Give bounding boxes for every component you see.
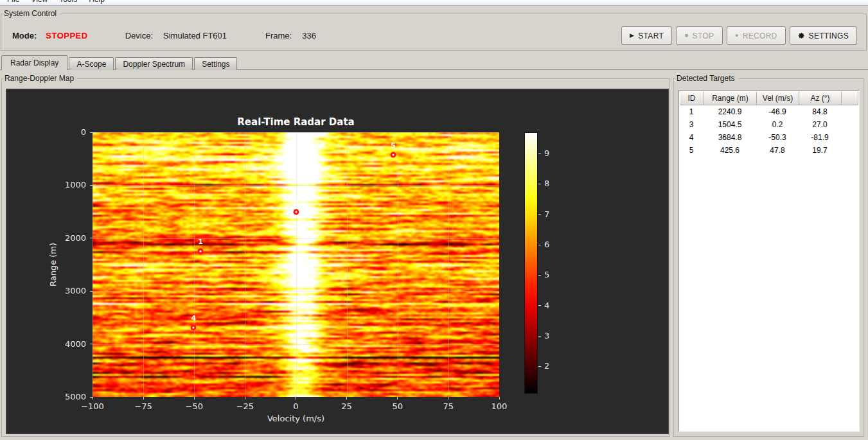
tab-doppler-spectrum[interactable]: Doppler Spectrum	[115, 57, 193, 70]
x-tick-mark	[143, 397, 144, 400]
target-marker-label: 1	[198, 238, 203, 245]
x-tick-mark	[296, 397, 296, 400]
table-row[interactable]: 43684.8-50.3-81.9	[679, 131, 859, 144]
target-marker	[390, 152, 396, 158]
x-tick-label: 25	[328, 401, 366, 411]
table-cell: 47.8	[756, 144, 799, 157]
y-tick-mark	[90, 291, 93, 292]
start-button[interactable]: ▶START	[621, 26, 672, 45]
table-cell: -50.3	[756, 131, 799, 144]
table-cell: 4	[679, 131, 704, 144]
x-tick-mark	[93, 397, 93, 400]
gear-icon	[798, 32, 805, 39]
range-doppler-group: Range-Doppler Map Real-Time Radar Data V…	[1, 78, 670, 437]
start-button-label: START	[638, 31, 664, 40]
control-buttons: ▶START■STOP●RECORDSETTINGS	[621, 26, 857, 45]
stop-button-label: STOP	[693, 31, 714, 40]
targets-table-body: 12240.9-46.984.831504.50.227.043684.8-50…	[679, 105, 859, 157]
range-doppler-heatmap	[93, 132, 499, 397]
stop-icon: ■	[685, 33, 689, 39]
colorbar-tick-label: 7	[544, 209, 549, 219]
radar-app-window: FileViewToolsHelp System Control Mode: S…	[0, 0, 868, 440]
table-cell: 3	[679, 118, 704, 131]
table-row[interactable]: 12240.9-46.984.8	[679, 105, 859, 118]
record-button-label: RECORD	[743, 31, 777, 40]
x-tick-label: −25	[226, 401, 264, 411]
table-cell: -81.9	[799, 131, 841, 144]
colorbar-tick-label: 8	[544, 179, 549, 188]
y-tick-mark	[90, 344, 93, 344]
tab-a-scope[interactable]: A-Scope	[69, 57, 114, 70]
plot-title: Real-Time Radar Data	[93, 116, 499, 128]
y-tick-label: 2000	[54, 233, 86, 243]
y-tick-label: 5000	[54, 392, 86, 401]
y-tick-label: 0	[54, 127, 86, 137]
table-cell: 0.2	[756, 118, 799, 131]
colorbar-tick-mark	[538, 154, 541, 154]
detected-targets-group-label: Detected Targets	[675, 74, 738, 84]
colorbar-tick-mark	[538, 184, 541, 184]
y-tick-label: 3000	[54, 286, 86, 295]
colorbar-tick-label: 5	[544, 270, 549, 279]
target-marker	[191, 324, 197, 330]
settings-button[interactable]: SETTINGS	[790, 26, 857, 45]
table-cell: -46.9	[756, 105, 799, 118]
tab-radar-display[interactable]: Radar Display	[1, 55, 67, 70]
target-marker-label: 4	[191, 315, 196, 322]
menu-view[interactable]: View	[25, 0, 53, 4]
status-row: Mode: STOPPED Device: Simulated FT601 Fr…	[1, 26, 316, 44]
colorbar-tick-label: 4	[544, 301, 549, 310]
table-cell: 425.6	[704, 144, 756, 157]
y-tick-mark	[90, 397, 93, 398]
detected-targets-group: Detected Targets IDRange (m)Vel (m/s)Az …	[673, 78, 864, 437]
frame-label: Frame:	[265, 31, 292, 40]
column-header-az[interactable]: Az (°)	[799, 91, 842, 105]
table-cell: 1504.5	[704, 118, 756, 131]
record-button: ●RECORD	[727, 26, 786, 45]
colorbar-tick-mark	[538, 245, 541, 245]
table-row[interactable]: 5425.647.819.7	[679, 144, 859, 157]
system-control-group-label: System Control	[3, 9, 60, 19]
target-marker-label: 5	[391, 142, 396, 149]
x-tick-mark	[448, 397, 448, 400]
colorbar-tick-mark	[538, 275, 541, 276]
y-tick-mark	[90, 238, 93, 238]
x-axis-label: Velocity (m/s)	[93, 414, 499, 423]
column-header-stub	[842, 91, 858, 105]
table-cell: 84.8	[799, 105, 841, 118]
stop-button: ■STOP	[676, 26, 723, 45]
mode-value: STOPPED	[46, 31, 87, 40]
column-header-vel-m-s[interactable]: Vel (m/s)	[757, 91, 799, 105]
x-tick-mark	[397, 397, 398, 400]
colorbar	[524, 132, 538, 394]
target-marker	[198, 248, 204, 254]
colorbar-tick-label: 2	[544, 361, 549, 371]
target-marker	[294, 209, 299, 215]
device-value: Simulated FT601	[163, 31, 227, 40]
menu-bar: FileViewToolsHelp	[0, 0, 868, 6]
x-tick-mark	[245, 397, 245, 400]
y-tick-label: 1000	[54, 180, 86, 189]
column-header-id[interactable]: ID	[680, 91, 704, 105]
table-cell: 3684.8	[704, 131, 756, 144]
y-tick-label: 4000	[54, 339, 86, 349]
x-tick-mark	[346, 397, 347, 400]
menu-tools[interactable]: Tools	[53, 0, 83, 4]
column-header-range-m[interactable]: Range (m)	[704, 91, 757, 105]
table-row[interactable]: 31504.50.227.0	[679, 118, 859, 131]
play-icon: ▶	[630, 33, 634, 39]
table-cell: 2240.9	[704, 105, 756, 118]
targets-table: IDRange (m)Vel (m/s)Az (°) 12240.9-46.98…	[678, 90, 860, 432]
table-cell: 1	[679, 105, 704, 118]
x-tick-mark	[194, 397, 195, 400]
menu-items: FileViewToolsHelp	[1, 0, 111, 4]
colorbar-tick-label: 3	[544, 331, 549, 340]
tab-settings[interactable]: Settings	[194, 57, 237, 70]
targets-table-header: IDRange (m)Vel (m/s)Az (°)	[680, 91, 858, 105]
frame-value: 336	[302, 31, 316, 40]
range-doppler-plot: Real-Time Radar Data Velocity (m/s) Rang…	[6, 89, 669, 434]
menu-help[interactable]: Help	[83, 0, 111, 4]
target-marker-label: 3	[294, 199, 299, 206]
menu-file[interactable]: File	[1, 0, 25, 4]
y-tick-mark	[90, 132, 93, 133]
